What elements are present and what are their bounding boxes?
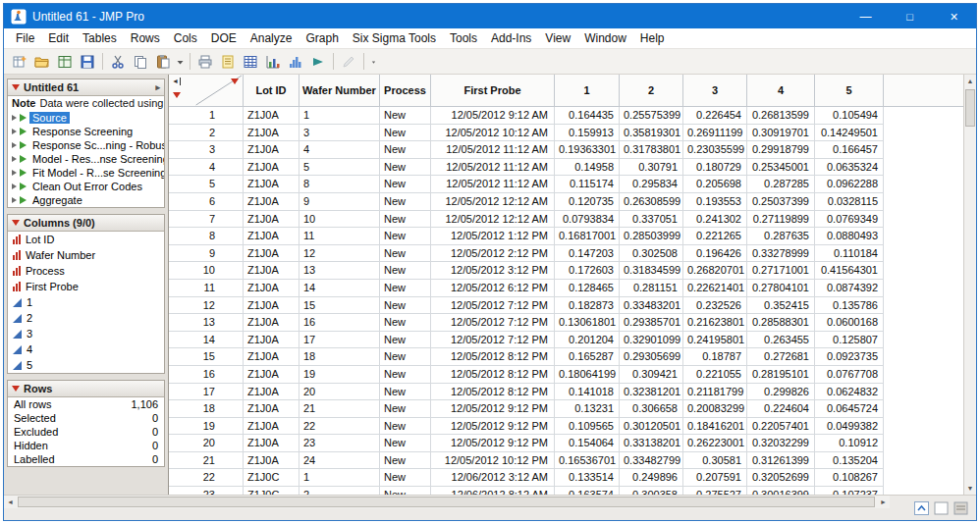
rows-panel-header[interactable]: Rows — [8, 381, 164, 397]
data-cell[interactable]: 0.0793834 — [555, 211, 620, 229]
data-cell[interactable]: 12/05/2012 9:12 PM — [431, 400, 555, 418]
data-cell[interactable]: New — [380, 384, 431, 401]
data-cell[interactable]: New — [380, 348, 431, 366]
data-cell[interactable]: 12/05/2012 12:12 AM — [431, 193, 555, 211]
data-cell[interactable]: Z1J0A — [244, 452, 299, 470]
table-row[interactable]: 19Z1J0A22New12/05/2012 9:12 PM0.1095650.… — [169, 418, 963, 436]
data-cell[interactable]: 20 — [299, 384, 380, 401]
data-cell[interactable]: 5 — [299, 159, 380, 177]
data-cell[interactable]: 0.29305699 — [620, 348, 683, 366]
run-script-icon[interactable] — [307, 51, 329, 73]
data-cell[interactable]: 0.180729 — [683, 159, 747, 177]
column-header-2[interactable]: 2 — [620, 75, 683, 106]
data-cell[interactable]: New — [380, 107, 431, 125]
table-row[interactable]: 14Z1J0A17New12/05/2012 7:12 PM0.2012040.… — [169, 332, 963, 349]
table-row[interactable]: 16Z1J0A19New12/05/2012 8:12 PM0.18064199… — [169, 366, 963, 384]
data-cell[interactable]: 0.221055 — [683, 366, 747, 384]
data-cell[interactable]: 0.0499382 — [815, 418, 884, 436]
table-row[interactable]: 12Z1J0A15New12/05/2012 7:12 PM0.1828730.… — [169, 297, 963, 315]
reveal-panels-icon[interactable] — [914, 501, 929, 515]
rows-stat[interactable]: Excluded0 — [8, 425, 164, 439]
disclosure-icon[interactable] — [12, 156, 17, 162]
column-header-lot-id[interactable]: Lot ID — [244, 75, 299, 106]
data-cell[interactable]: 0.221265 — [683, 228, 747, 245]
row-number-cell[interactable]: 14 — [169, 332, 244, 349]
data-cell[interactable]: 0.24195801 — [683, 332, 747, 349]
row-number-cell[interactable]: 5 — [169, 176, 244, 193]
data-cell[interactable]: 22 — [299, 418, 380, 436]
table-row[interactable]: 6Z1J0A9New12/05/2012 12:12 AM0.1207350.2… — [169, 193, 963, 211]
data-cell[interactable]: New — [380, 159, 431, 177]
data-cell[interactable]: 0.300358 — [620, 487, 683, 495]
data-cell[interactable]: New — [380, 469, 431, 487]
data-cell[interactable]: 0.32032299 — [747, 435, 815, 452]
data-cell[interactable]: Z1J0A — [244, 211, 299, 229]
row-number-cell[interactable]: 4 — [169, 159, 244, 177]
data-cell[interactable]: 0.19363301 — [555, 141, 620, 159]
data-cell[interactable]: 0.16536701 — [555, 452, 620, 470]
table-panel-header[interactable]: Untitled 61 ▸ — [8, 79, 164, 96]
data-cell[interactable]: 17 — [299, 332, 380, 349]
data-cell[interactable]: 0.0624832 — [815, 384, 884, 401]
row-number-cell[interactable]: 22 — [169, 469, 244, 487]
data-cell[interactable]: New — [380, 245, 431, 263]
table-row[interactable]: 18Z1J0A21New12/05/2012 9:12 PM0.132310.3… — [169, 400, 963, 418]
data-cell[interactable]: 0.22057401 — [747, 418, 815, 436]
paste-icon[interactable] — [152, 51, 174, 73]
data-cell[interactable]: 0.352415 — [747, 297, 815, 315]
data-cell[interactable]: New — [380, 452, 431, 470]
data-cell[interactable]: 12/05/2012 1:12 PM — [431, 228, 555, 245]
disclosure-icon[interactable] — [12, 183, 17, 189]
data-cell[interactable]: 0.13061801 — [555, 314, 620, 332]
data-cell[interactable]: Z1J0A — [244, 384, 299, 401]
table-row[interactable]: 4Z1J0A5New12/05/2012 11:12 AM0.149580.30… — [169, 159, 963, 177]
script-item[interactable]: Fit Model - R...se Screening — [8, 166, 164, 180]
menu-add-ins[interactable]: Add-Ins — [484, 28, 538, 48]
copy-icon[interactable] — [130, 51, 151, 73]
horizontal-scroll-thumb[interactable] — [18, 497, 875, 507]
data-cell[interactable]: Z1J0A — [244, 348, 299, 366]
data-cell[interactable]: 12/05/2012 8:12 PM — [431, 348, 555, 366]
data-cell[interactable]: New — [380, 314, 431, 332]
data-cell[interactable]: 0.41564301 — [815, 262, 884, 280]
data-cell[interactable]: 0.28195101 — [747, 366, 815, 384]
table-row[interactable]: 11Z1J0A14New12/05/2012 6:12 PM0.1284650.… — [169, 280, 963, 297]
data-cell[interactable]: 0.159913 — [555, 125, 620, 142]
data-cell[interactable]: 18 — [299, 348, 380, 366]
data-cell[interactable]: 0.25037399 — [747, 193, 815, 211]
data-cell[interactable]: 0.249896 — [620, 469, 683, 487]
data-cell[interactable]: 0.23035599 — [683, 141, 747, 159]
row-number-cell[interactable]: 10 — [169, 262, 244, 280]
data-cell[interactable]: 0.287635 — [747, 228, 815, 245]
data-cell[interactable]: 0.133514 — [555, 469, 620, 487]
menu-cols[interactable]: Cols — [167, 28, 204, 48]
data-cell[interactable]: Z1J0C — [244, 487, 299, 495]
disclosure-icon[interactable] — [12, 142, 17, 148]
vertical-scroll-track[interactable] — [964, 87, 976, 482]
data-cell[interactable]: 0.28503999 — [620, 228, 683, 245]
column-item[interactable]: Process — [8, 263, 164, 279]
data-cell[interactable]: 0.263455 — [747, 332, 815, 349]
data-cell[interactable]: 0.31834599 — [620, 262, 683, 280]
data-cell[interactable]: 0.141018 — [555, 384, 620, 401]
data-cell[interactable]: Z1J0A — [244, 280, 299, 297]
column-item[interactable]: Wafer Number — [8, 247, 164, 263]
columns-panel-header[interactable]: Columns (9/0) — [8, 215, 164, 232]
column-item[interactable]: 5 — [8, 357, 164, 373]
table-row[interactable]: 22Z1J0C1New12/06/2012 3:12 AM0.1335140.2… — [169, 469, 963, 487]
data-cell[interactable]: 0.147203 — [555, 245, 620, 263]
data-cell[interactable]: 0.21623801 — [683, 314, 747, 332]
data-cell[interactable]: 0.135204 — [815, 452, 884, 470]
data-cell[interactable]: 21 — [299, 400, 380, 418]
column-header-first-probe[interactable]: First Probe — [431, 75, 555, 106]
import-data-icon[interactable] — [54, 51, 76, 73]
menu-tables[interactable]: Tables — [76, 28, 124, 48]
data-cell[interactable]: 0.0923735 — [815, 348, 884, 366]
menu-file[interactable]: File — [9, 28, 41, 48]
data-cell[interactable]: 0.166457 — [815, 141, 884, 159]
data-cell[interactable]: 0.22621401 — [683, 280, 747, 297]
data-cell[interactable]: 0.0645724 — [815, 400, 884, 418]
data-cell[interactable]: 0.287285 — [747, 176, 815, 193]
data-cell[interactable]: 0.0769349 — [815, 211, 884, 229]
column-header-1[interactable]: 1 — [555, 75, 620, 106]
